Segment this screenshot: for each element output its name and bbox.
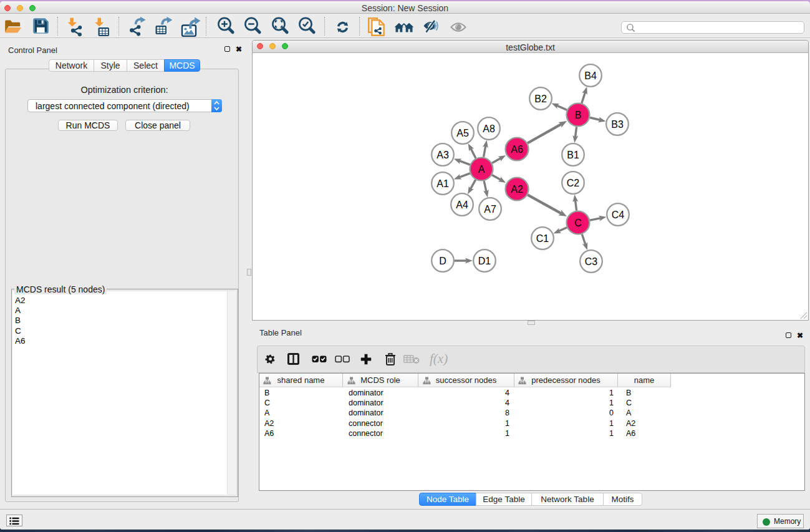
svg-text:A2: A2 bbox=[511, 184, 523, 195]
svg-text:A6: A6 bbox=[511, 144, 523, 155]
svg-text:C2: C2 bbox=[567, 178, 580, 188]
svg-text:B4: B4 bbox=[584, 70, 597, 81]
svg-text:A5: A5 bbox=[456, 128, 469, 138]
svg-text:B3: B3 bbox=[611, 119, 624, 130]
svg-text:A4: A4 bbox=[456, 200, 468, 210]
svg-text:D: D bbox=[439, 256, 446, 266]
svg-text:A3: A3 bbox=[436, 150, 449, 160]
svg-text:A: A bbox=[478, 164, 485, 175]
svg-text:C: C bbox=[574, 218, 582, 228]
svg-text:A7: A7 bbox=[484, 204, 496, 215]
svg-text:B2: B2 bbox=[534, 94, 547, 104]
svg-text:C4: C4 bbox=[612, 210, 625, 220]
svg-text:B1: B1 bbox=[567, 150, 579, 160]
svg-text:C1: C1 bbox=[536, 233, 549, 244]
svg-text:D1: D1 bbox=[478, 256, 491, 266]
svg-text:C3: C3 bbox=[585, 256, 598, 267]
svg-text:A8: A8 bbox=[483, 123, 495, 134]
svg-text:A1: A1 bbox=[436, 178, 449, 189]
svg-text:B: B bbox=[575, 110, 582, 120]
